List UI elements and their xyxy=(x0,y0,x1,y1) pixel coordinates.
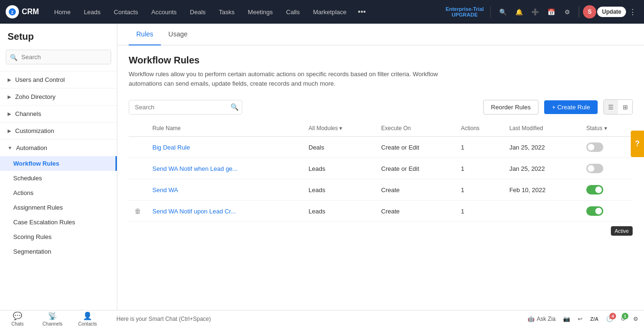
automation-sub-items: Workflow Rules Schedules Actions Assignm… xyxy=(0,156,117,259)
nav-home[interactable]: Home xyxy=(47,0,77,24)
help-hint-badge[interactable]: ? xyxy=(631,131,644,157)
sidebar-search-icon: 🔍 xyxy=(10,53,18,61)
reorder-rules-button[interactable]: Reorder Rules xyxy=(483,100,539,115)
status-cell xyxy=(581,179,633,201)
undo-button[interactable]: ↩ xyxy=(578,316,582,322)
rule-name-link[interactable]: Send WA Notif upon Lead Cr... xyxy=(152,208,236,215)
bottom-chats[interactable]: 💬 Chats xyxy=(6,311,29,327)
create-rule-button[interactable]: + Create Rule xyxy=(544,100,598,114)
rule-name-link[interactable]: Big Deal Rule xyxy=(152,144,190,151)
clock-button[interactable]: 🕐 4 xyxy=(606,316,613,322)
settings-bottom-button[interactable]: ⚙ xyxy=(633,316,638,322)
nav-more-button[interactable]: ••• xyxy=(353,0,371,24)
tab-rules[interactable]: Rules xyxy=(129,24,161,45)
status-toggle[interactable] xyxy=(586,164,603,173)
sidebar-item-scoring-rules[interactable]: Scoring Rules xyxy=(0,230,117,244)
table-row: 🗑 Send WA Notif upon Lead Cr... Leads Cr… xyxy=(129,201,633,222)
user-avatar[interactable]: S xyxy=(583,5,596,18)
sidebar-item-case-escalation[interactable]: Case Escalation Rules xyxy=(0,215,117,230)
undo-icon: ↩ xyxy=(578,316,582,322)
search-nav-button[interactable]: 🔍 xyxy=(495,4,511,19)
grid-view-button[interactable]: ⊞ xyxy=(618,100,632,114)
sidebar-item-workflow-rules[interactable]: Workflow Rules xyxy=(0,156,117,171)
smart-chat-hint: Here is your Smart Chat (Ctrl+Space) xyxy=(111,316,516,322)
sidebar-section-channels-header[interactable]: ▶ Channels xyxy=(0,106,117,122)
rule-name-cell: Send WA Notif when Lead ge... xyxy=(147,158,303,179)
nav-accounts[interactable]: Accounts xyxy=(145,0,183,24)
rule-name-cell: Send WA xyxy=(147,179,303,201)
sidebar-section-users-header[interactable]: ▶ Users and Control xyxy=(0,71,117,88)
refresh-button[interactable]: ↺ 1 xyxy=(621,316,626,322)
th-module[interactable]: All Modules ▾ xyxy=(303,120,376,137)
nav-divider xyxy=(579,6,579,18)
bottom-channels[interactable]: 📡 Channels xyxy=(41,311,64,327)
table-toolbar: 🔍 Reorder Rules + Create Rule ☰ ⊞ xyxy=(117,96,644,120)
screenshot-icon: 📷 xyxy=(563,316,570,322)
execute-on-cell: Create xyxy=(376,179,455,201)
table-header: Rule Name All Modules ▾ Execute On Actio… xyxy=(129,120,633,137)
module-cell: Leads xyxy=(303,201,376,222)
sidebar-section-automation-header[interactable]: ▼ Automation xyxy=(0,140,117,156)
main-layout: Setup 🔍 ▶ Users and Control ▶ Zoho Direc… xyxy=(0,24,644,310)
table-body: Big Deal Rule Deals Create or Edit 1 Jan… xyxy=(129,137,633,222)
status-toggle[interactable] xyxy=(586,142,603,152)
status-toggle[interactable] xyxy=(586,206,603,216)
nav-deals[interactable]: Deals xyxy=(183,0,212,24)
last-modified-cell: Jan 25, 2022 xyxy=(503,158,581,179)
app-logo[interactable]: Z CRM xyxy=(6,5,39,18)
nav-options-button[interactable]: ⋮ xyxy=(627,6,638,18)
sidebar-item-actions[interactable]: Actions xyxy=(0,186,117,200)
rules-search-button[interactable]: 🔍 xyxy=(230,103,238,111)
rule-name-link[interactable]: Send WA xyxy=(152,186,178,194)
nav-tasks[interactable]: Tasks xyxy=(212,0,241,24)
sidebar-section-users: ▶ Users and Control xyxy=(0,71,117,88)
th-status[interactable]: Status ▾ xyxy=(581,120,633,137)
rules-table-wrapper: Rule Name All Modules ▾ Execute On Actio… xyxy=(117,120,644,222)
rule-name-cell: Send WA Notif upon Lead Cr... xyxy=(147,201,303,222)
nav-contacts[interactable]: Contacts xyxy=(107,0,145,24)
add-button[interactable]: ➕ xyxy=(528,4,543,19)
nav-calls[interactable]: Calls xyxy=(280,0,307,24)
enterprise-info: Enterprise-Trial UPGRADE xyxy=(446,6,491,18)
chevron-right-icon: ▶ xyxy=(8,77,11,82)
screenshot-button[interactable]: 📷 xyxy=(563,316,570,322)
nav-meetings[interactable]: Meetings xyxy=(241,0,280,24)
tabs-bar: Rules Usage xyxy=(117,24,644,45)
sidebar-section-automation: ▼ Automation Workflow Rules Schedules Ac… xyxy=(0,139,117,259)
za-label: Z/A xyxy=(590,316,599,322)
channels-label: Channels xyxy=(43,321,62,327)
nav-leads[interactable]: Leads xyxy=(77,0,107,24)
za-button[interactable]: Z/A xyxy=(590,316,599,322)
bottom-contacts[interactable]: 👤 Contacts xyxy=(76,311,99,327)
list-view-button[interactable]: ☰ xyxy=(604,100,618,114)
upgrade-link[interactable]: UPGRADE xyxy=(446,12,484,18)
page-description: Workflow rules allow you to perform cert… xyxy=(129,70,460,88)
update-button[interactable]: Update xyxy=(597,7,626,17)
chevron-down-icon: ▼ xyxy=(8,145,12,150)
nav-links: Home Leads Contacts Accounts Deals Tasks… xyxy=(47,0,445,24)
ask-zia-button[interactable]: 🤖 Ask Zia xyxy=(528,316,556,322)
settings-bottom-icon: ⚙ xyxy=(633,316,638,322)
delete-row-icon[interactable]: 🗑 xyxy=(134,207,141,215)
th-icon xyxy=(129,120,147,137)
sidebar-section-customization-header[interactable]: ▶ Customization xyxy=(0,123,117,139)
status-cell xyxy=(581,137,633,158)
chats-label: Chats xyxy=(11,321,24,327)
sidebar-search-input[interactable] xyxy=(6,50,111,64)
actions-count-cell: 1 xyxy=(455,179,503,201)
tab-usage[interactable]: Usage xyxy=(161,24,195,45)
sidebar-item-segmentation[interactable]: Segmentation xyxy=(0,244,117,259)
clock-badge: 4 xyxy=(609,313,616,319)
settings-button[interactable]: ⚙ xyxy=(560,4,575,19)
status-toggle[interactable] xyxy=(586,185,603,194)
sidebar-item-assignment-rules[interactable]: Assignment Rules xyxy=(0,200,117,215)
rules-search-input[interactable] xyxy=(129,100,242,115)
channels-icon: 📡 xyxy=(48,311,57,320)
sidebar-section-zoho-header[interactable]: ▶ Zoho Directory xyxy=(0,88,117,105)
sidebar-title: Setup xyxy=(0,31,117,50)
nav-marketplace[interactable]: Marketplace xyxy=(306,0,353,24)
notification-button[interactable]: 🔔 xyxy=(512,4,527,19)
calendar-button[interactable]: 📅 xyxy=(544,4,559,19)
sidebar-item-schedules[interactable]: Schedules xyxy=(0,171,117,186)
rule-name-link[interactable]: Send WA Notif when Lead ge... xyxy=(152,165,238,172)
